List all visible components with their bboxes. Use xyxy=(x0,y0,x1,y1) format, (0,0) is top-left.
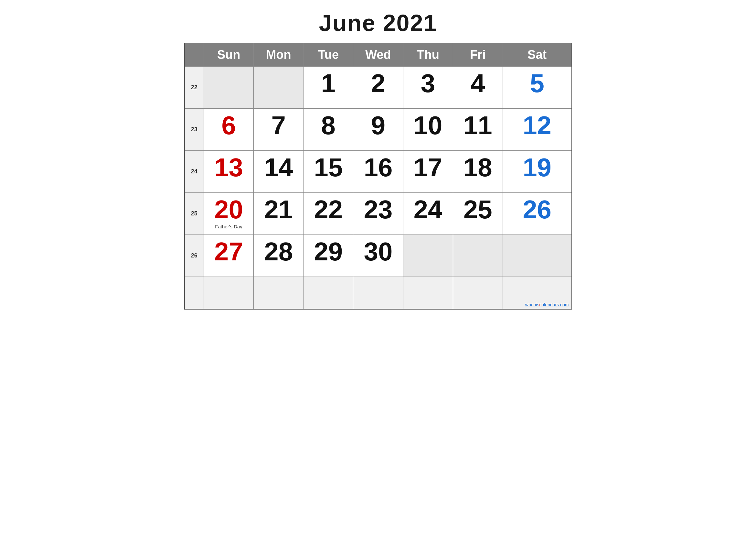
day-cell: 3 xyxy=(403,67,453,109)
day-number: 18 xyxy=(456,155,500,181)
day-number: 23 xyxy=(357,197,399,223)
header-fri: Fri xyxy=(453,43,502,67)
day-number: 15 xyxy=(307,155,350,181)
no-header xyxy=(185,43,204,67)
day-number: 28 xyxy=(257,239,300,265)
day-number: 30 xyxy=(357,239,399,265)
week-number: 26 xyxy=(185,235,204,277)
day-number: 6 xyxy=(207,113,250,138)
day-number: 20 xyxy=(207,197,250,223)
day-cell xyxy=(453,235,502,277)
day-number: 5 xyxy=(506,70,568,97)
header-mon: Mon xyxy=(254,43,304,67)
day-number: 25 xyxy=(456,197,500,223)
day-number: 4 xyxy=(456,70,500,97)
day-cell: 13 xyxy=(204,151,254,193)
day-cell: 22 xyxy=(304,193,353,235)
day-number: 16 xyxy=(357,155,399,181)
day-cell: 26 xyxy=(502,193,571,235)
day-cell xyxy=(204,67,254,109)
day-cell: 12 xyxy=(502,109,571,151)
header-row: Sun Mon Tue Wed Thu Fri Sat xyxy=(185,43,572,67)
day-number: 9 xyxy=(357,113,399,138)
day-cell: 8 xyxy=(304,109,353,151)
week-row: 2520Father's Day212223242526 xyxy=(185,193,572,235)
day-number: 10 xyxy=(407,113,449,138)
header-sat: Sat xyxy=(502,43,571,67)
day-cell xyxy=(254,67,304,109)
day-cell: 4 xyxy=(453,67,502,109)
day-number: 24 xyxy=(407,197,449,223)
event-label: Father's Day xyxy=(207,224,250,229)
empty-cell xyxy=(453,277,502,309)
day-cell: 1 xyxy=(304,67,353,109)
day-cell: 5 xyxy=(502,67,571,109)
empty-row: wheniscalendars.com xyxy=(185,277,572,309)
day-cell: 11 xyxy=(453,109,502,151)
watermark-cell: wheniscalendars.com xyxy=(502,277,571,309)
day-cell xyxy=(403,235,453,277)
week-number: 23 xyxy=(185,109,204,151)
day-number: 7 xyxy=(257,113,300,138)
day-cell: 15 xyxy=(304,151,353,193)
header-wed: Wed xyxy=(353,43,403,67)
day-cell: 28 xyxy=(254,235,304,277)
day-cell xyxy=(502,235,571,277)
day-number: 11 xyxy=(456,113,500,138)
empty-cell xyxy=(254,277,304,309)
calendar-title: June 2021 xyxy=(184,10,572,36)
empty-cell xyxy=(353,277,403,309)
day-cell: 16 xyxy=(353,151,403,193)
day-cell: 2 xyxy=(353,67,403,109)
day-cell: 18 xyxy=(453,151,502,193)
header-thu: Thu xyxy=(403,43,453,67)
empty-cell xyxy=(204,277,254,309)
week-number: 22 xyxy=(185,67,204,109)
week-number: 24 xyxy=(185,151,204,193)
day-cell: 17 xyxy=(403,151,453,193)
day-cell: 23 xyxy=(353,193,403,235)
day-number: 3 xyxy=(407,70,449,97)
week-number: 25 xyxy=(185,193,204,235)
day-cell: 19 xyxy=(502,151,571,193)
day-cell: 6 xyxy=(204,109,254,151)
week-num-empty xyxy=(185,277,204,309)
day-cell: 10 xyxy=(403,109,453,151)
calendar-container: June 2021 Sun Mon Tue Wed Thu Fri Sat 22… xyxy=(184,10,572,310)
header-sun: Sun xyxy=(204,43,254,67)
day-number: 22 xyxy=(307,197,350,223)
week-row: 2413141516171819 xyxy=(185,151,572,193)
day-number: 19 xyxy=(506,155,568,181)
header-tue: Tue xyxy=(304,43,353,67)
day-cell: 7 xyxy=(254,109,304,151)
day-cell: 27 xyxy=(204,235,254,277)
day-number: 8 xyxy=(307,113,350,138)
day-cell: 29 xyxy=(304,235,353,277)
day-number: 21 xyxy=(257,197,300,223)
day-number: 17 xyxy=(407,155,449,181)
day-cell: 24 xyxy=(403,193,453,235)
week-row: 236789101112 xyxy=(185,109,572,151)
day-number: 2 xyxy=(357,70,399,97)
day-number: 12 xyxy=(506,113,568,138)
day-cell: 9 xyxy=(353,109,403,151)
week-row: 2212345 xyxy=(185,67,572,109)
watermark-link: wheniscalendars.com xyxy=(525,302,569,307)
day-number: 26 xyxy=(506,197,568,223)
day-number: 27 xyxy=(207,239,250,265)
day-cell: 25 xyxy=(453,193,502,235)
day-number: 14 xyxy=(257,155,300,181)
empty-cell xyxy=(403,277,453,309)
day-cell: 21 xyxy=(254,193,304,235)
week-row: 2627282930 xyxy=(185,235,572,277)
day-cell: 20Father's Day xyxy=(204,193,254,235)
day-number: 1 xyxy=(307,70,350,97)
day-cell: 30 xyxy=(353,235,403,277)
empty-cell xyxy=(304,277,353,309)
day-cell: 14 xyxy=(254,151,304,193)
calendar-table: Sun Mon Tue Wed Thu Fri Sat 221234523678… xyxy=(184,43,572,310)
day-number: 13 xyxy=(207,155,250,181)
day-number: 29 xyxy=(307,239,350,265)
